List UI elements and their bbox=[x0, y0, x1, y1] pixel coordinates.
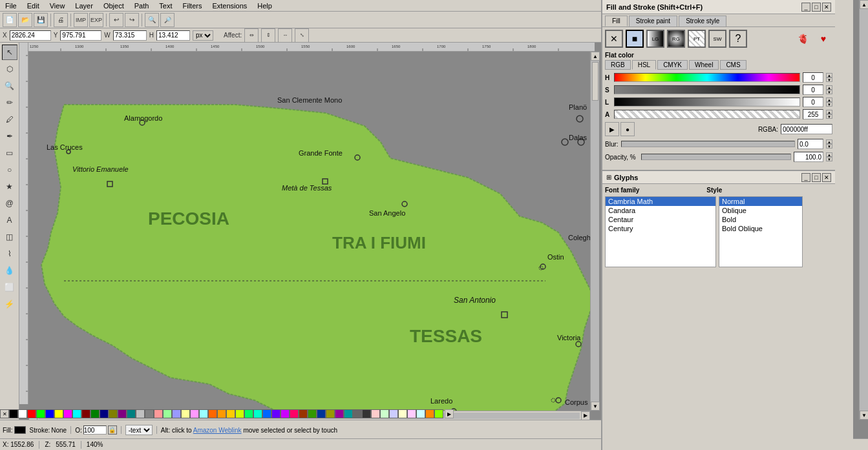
palette-color[interactable] bbox=[217, 409, 226, 418]
palette-color[interactable] bbox=[18, 409, 27, 418]
s-value[interactable] bbox=[803, 85, 823, 95]
font-item-cambria[interactable]: Cambria Math bbox=[606, 197, 715, 206]
palette-color[interactable] bbox=[299, 409, 308, 418]
fill-pattern-button[interactable]: PT bbox=[688, 30, 706, 48]
vscroll-track[interactable] bbox=[591, 61, 599, 402]
l-spin-down[interactable]: ▼ bbox=[826, 102, 832, 107]
fs-minimize[interactable]: _ bbox=[801, 3, 810, 12]
palette-color[interactable] bbox=[163, 409, 172, 418]
far-vscroll-track[interactable] bbox=[860, 9, 868, 411]
opacity-spin[interactable]: ▲ ▼ bbox=[826, 152, 832, 161]
blur-spin-up[interactable]: ▲ bbox=[826, 139, 832, 144]
menu-help[interactable]: Help bbox=[252, 1, 277, 10]
h-value[interactable] bbox=[803, 72, 823, 83]
palette-color[interactable] bbox=[154, 409, 163, 418]
l-slider[interactable] bbox=[614, 97, 800, 107]
blur-slider[interactable] bbox=[621, 141, 795, 147]
palette-color[interactable] bbox=[208, 409, 217, 418]
fill-heart-outline[interactable]: 🫀 bbox=[794, 30, 812, 48]
print-button[interactable]: 🖨 bbox=[54, 13, 68, 27]
palette-color[interactable] bbox=[434, 409, 443, 418]
palette-color[interactable] bbox=[27, 409, 36, 418]
glyphs-close[interactable]: ✕ bbox=[822, 173, 831, 182]
menu-object[interactable]: Object bbox=[98, 1, 129, 10]
affect-btn-4[interactable]: ⤡ bbox=[295, 28, 309, 43]
tab-stroke-style[interactable]: Stroke style bbox=[679, 15, 726, 26]
new-button[interactable]: 📄 bbox=[3, 13, 17, 27]
s-slider[interactable] bbox=[614, 85, 800, 94]
h-input[interactable] bbox=[156, 30, 190, 41]
fill-flat-button[interactable]: ■ bbox=[626, 30, 644, 48]
palette-color[interactable] bbox=[317, 409, 326, 418]
export-button[interactable]: EXP bbox=[89, 13, 103, 27]
menu-edit[interactable]: Edit bbox=[22, 1, 45, 10]
palette-color[interactable] bbox=[100, 409, 109, 418]
select-tool[interactable]: ↖ bbox=[2, 45, 17, 60]
fill-unknown-button[interactable]: ? bbox=[729, 30, 747, 48]
tab-stroke-paint[interactable]: Stroke paint bbox=[629, 15, 677, 26]
x-input[interactable] bbox=[10, 30, 51, 41]
font-item-century[interactable]: Century bbox=[606, 224, 715, 233]
palette-color[interactable] bbox=[9, 409, 18, 418]
affect-btn-3[interactable]: ↔ bbox=[278, 28, 292, 43]
a-spin-down[interactable]: ▼ bbox=[826, 114, 832, 119]
palette-color[interactable] bbox=[362, 409, 371, 418]
palette-color[interactable] bbox=[344, 409, 353, 418]
palette-color[interactable] bbox=[190, 409, 199, 418]
spiral-tool[interactable]: @ bbox=[2, 196, 17, 211]
mode-select[interactable]: -text bbox=[125, 425, 153, 435]
palette-color[interactable] bbox=[389, 409, 398, 418]
palette-color[interactable] bbox=[326, 409, 335, 418]
s-spin-up[interactable]: ▲ bbox=[826, 85, 832, 90]
a-spin[interactable]: ▲ ▼ bbox=[826, 110, 832, 119]
opacity-spin-up[interactable]: ▲ bbox=[826, 152, 832, 157]
palette-color[interactable] bbox=[380, 409, 389, 418]
stop-button[interactable]: ● bbox=[620, 122, 635, 136]
palette-color[interactable] bbox=[226, 409, 235, 418]
fill-swatch-button[interactable]: SW bbox=[708, 30, 726, 48]
l-value[interactable] bbox=[803, 97, 823, 107]
unit-select[interactable]: pxmmcmin bbox=[193, 30, 213, 41]
palette-color[interactable] bbox=[181, 409, 190, 418]
palette-color[interactable] bbox=[253, 409, 262, 418]
play-button[interactable]: ▶ bbox=[605, 122, 619, 136]
glyphs-minimize[interactable]: _ bbox=[801, 173, 810, 182]
y-input[interactable] bbox=[60, 30, 101, 41]
style-item-oblique[interactable]: Oblique bbox=[719, 206, 802, 215]
far-vscroll-up[interactable]: ▲ bbox=[860, 0, 868, 9]
palette-color[interactable] bbox=[398, 409, 407, 418]
zoom-out-button[interactable]: 🔎 bbox=[160, 13, 175, 27]
palette-color[interactable] bbox=[199, 409, 208, 418]
palette-color[interactable] bbox=[127, 409, 136, 418]
connector-tool[interactable]: ⚡ bbox=[2, 296, 17, 312]
blur-spin-down[interactable]: ▼ bbox=[826, 144, 832, 148]
import-button[interactable]: IMP bbox=[74, 13, 88, 27]
font-list[interactable]: Cambria Math Candara Centaur Century bbox=[605, 196, 716, 267]
glyphs-maximize[interactable]: □ bbox=[812, 173, 821, 182]
node-tool[interactable]: ⬡ bbox=[2, 61, 17, 77]
palette-color[interactable] bbox=[72, 409, 81, 418]
dropper-tool[interactable]: 💧 bbox=[2, 263, 17, 278]
h-spin-down[interactable]: ▼ bbox=[826, 77, 832, 82]
fill-none-button[interactable]: ✕ bbox=[605, 30, 623, 48]
palette-color[interactable] bbox=[235, 409, 244, 418]
blur-input[interactable] bbox=[798, 139, 823, 149]
pencil-tool[interactable]: ✏ bbox=[2, 95, 17, 110]
palette-color[interactable] bbox=[407, 409, 416, 418]
gradient-tool[interactable]: ◫ bbox=[2, 229, 17, 245]
palette-color[interactable] bbox=[45, 409, 54, 418]
vscroll-thumb[interactable] bbox=[592, 62, 598, 101]
palette-color[interactable] bbox=[172, 409, 181, 418]
a-spin-up[interactable]: ▲ bbox=[826, 110, 832, 114]
fill-radial-button[interactable]: RG bbox=[667, 30, 685, 48]
menu-path[interactable]: Path bbox=[129, 1, 154, 10]
far-vscroll-down[interactable]: ▼ bbox=[860, 411, 868, 420]
palette-color[interactable] bbox=[118, 409, 127, 418]
far-right-scrollbar[interactable]: ▲ ▼ bbox=[859, 0, 868, 420]
palette-color[interactable] bbox=[145, 409, 154, 418]
palette-color[interactable] bbox=[36, 409, 45, 418]
zoom-tool[interactable]: 🔍 bbox=[2, 78, 17, 94]
affect-btn-2[interactable]: ⇕ bbox=[261, 28, 275, 43]
redo-button[interactable]: ↪ bbox=[125, 13, 139, 27]
style-list[interactable]: Normal Oblique Bold Bold Oblique bbox=[719, 196, 803, 267]
